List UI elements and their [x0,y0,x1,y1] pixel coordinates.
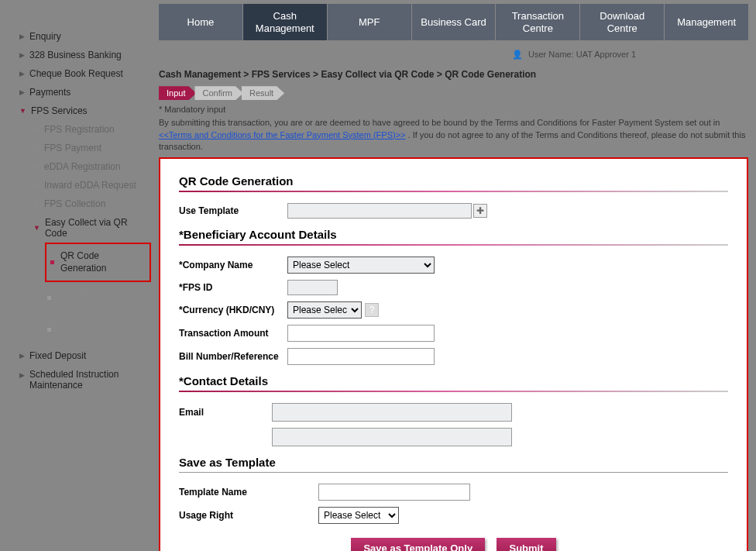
user-bar: 👤 User Name: UAT Approver 1 [159,46,748,66]
template-name-input[interactable] [318,484,470,501]
email-label: Email [179,407,272,418]
txn-amount-label: Transaction Amount [179,328,287,339]
sidebar-item-edda-registration[interactable]: eDDA Registration [33,157,151,176]
step-confirm: Confirm [194,86,243,100]
currency-select[interactable]: Please Select [287,301,362,319]
arrow-icon: ▶ [19,70,25,77]
company-name-select[interactable]: Please Select [287,257,435,274]
arrow-icon: ▶ [19,88,25,96]
sidebar-item-fps-payment[interactable]: FPS Payment [33,139,151,157]
arrow-icon: ▶ [19,371,25,379]
currency-label: *Currency (HKD/CNY) [179,305,287,315]
arrow-icon: ▶ [19,352,25,360]
tab-transaction-centre[interactable]: Transaction Centre [496,4,579,40]
bill-ref-input[interactable] [287,348,435,365]
sidebar-item-328[interactable]: ▶328 Business Banking [19,46,151,64]
use-template-input[interactable] [287,203,472,219]
form-panel: QR Code Generation Use Template ✚ *Benef… [159,157,748,551]
arrow-down-icon: ▼ [33,224,40,232]
add-template-icon[interactable]: ✚ [473,204,487,218]
help-icon[interactable]: ? [365,303,379,317]
sidebar-item-qr-download[interactable]: QR Code Download Centre [47,314,151,346]
bullet-icon [50,260,54,264]
fps-id-input[interactable] [287,280,338,295]
company-name-label: *Company Name [179,260,287,270]
sidebar-item-fps-services[interactable]: ▼FPS Services [19,102,151,120]
bullet-icon [47,328,51,332]
sidebar-item-multiple-qr[interactable]: Multiple QR Code Generation [47,282,151,314]
template-name-label: Template Name [179,487,318,498]
bullet-icon [47,296,51,300]
sidebar-item-easy-collect[interactable]: ▼Easy Collect via QR Code [33,213,151,243]
bullet-icon [33,201,38,206]
usage-right-select[interactable]: Please Select [318,507,399,524]
tab-cash-management[interactable]: Cash Management [243,4,327,40]
steps: Input Confirm Result [159,86,748,100]
section-contact: *Contact Details [179,374,728,392]
main-content: Home Cash Management MPF Business Card T… [159,0,756,551]
section-beneficiary: *Beneficiary Account Details [179,228,728,246]
save-template-button[interactable]: Save as Template Only [351,538,485,551]
disclaimer: By submitting this transaction, you are … [159,117,748,153]
sidebar-item-enquiry[interactable]: ▶Enquiry [19,27,151,46]
sidebar-item-cheque[interactable]: ▶Cheque Book Request [19,64,151,83]
sidebar-item-scheduled[interactable]: ▶Scheduled Instruction Maintenance [19,365,151,394]
arrow-down-icon: ▼ [19,107,26,115]
arrow-icon: ▶ [19,51,25,59]
txn-amount-input[interactable] [287,325,435,342]
user-value: UAT Approver 1 [576,50,636,59]
sidebar-item-payments[interactable]: ▶Payments [19,83,151,102]
fps-id-label: *FPS ID [179,282,287,293]
tab-management[interactable]: Management [665,4,748,40]
user-label: User Name: [528,50,574,59]
section-qr-generation: QR Code Generation [179,174,728,192]
email-input-2[interactable] [272,428,512,446]
section-save-template: Save as Template [179,456,728,473]
step-input: Input [159,86,196,100]
sidebar-item-inward-edda[interactable]: Inward eDDA Request [33,176,151,195]
sidebar-item-fps-collection[interactable]: FPS Collection [33,195,151,213]
bullet-icon [33,164,38,169]
user-icon: 👤 [512,50,523,59]
sidebar-item-fixed-deposit[interactable]: ▶Fixed Deposit [19,346,151,365]
sidebar-item-fps-registration[interactable]: FPS Registration [33,120,151,139]
usage-right-label: Usage Right [179,510,318,521]
tab-download-centre[interactable]: Download Centre [580,4,664,40]
breadcrumb: Cash Management > FPS Services > Easy Co… [159,66,748,86]
bullet-icon [33,127,38,132]
topnav: Home Cash Management MPF Business Card T… [159,4,748,40]
use-template-label: Use Template [179,205,287,216]
tab-mpf[interactable]: MPF [328,4,411,40]
sidebar-item-qr-generation[interactable]: QR Code Generation [50,246,146,278]
mandatory-note: * Mandatory input [159,105,748,114]
arrow-icon: ▶ [19,33,25,40]
sidebar: ▶Enquiry ▶328 Business Banking ▶Cheque B… [0,0,159,551]
bill-ref-label: Bill Number/Reference [179,351,287,362]
bullet-icon [33,183,38,188]
bullet-icon [33,146,38,150]
email-input-1[interactable] [272,403,512,422]
tab-business-card[interactable]: Business Card [412,4,496,40]
terms-link[interactable]: <<Terms and Conditions for the Faster Pa… [159,130,406,139]
tab-home[interactable]: Home [159,4,242,40]
submit-button[interactable]: Submit [497,538,555,551]
step-result: Result [242,86,284,100]
